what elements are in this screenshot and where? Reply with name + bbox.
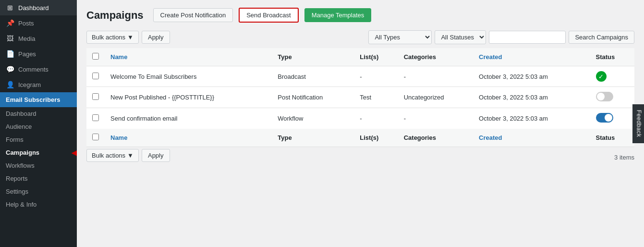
table-row: New Post Published - {{POSTTITLE}}Post N… (86, 87, 634, 108)
sidebar-sub-dashboard[interactable]: Dashboard (0, 107, 77, 120)
sidebar-item-icegram[interactable]: 👤 Icegram (0, 77, 77, 92)
footer-select-all-header (86, 129, 105, 147)
table-row: Send confirmation emailWorkflow--October… (86, 108, 634, 129)
sidebar: ⊞ Dashboard 📌 Posts 🖼 Media 📄 Pages 💬 Co… (0, 0, 77, 247)
col-header-lists: List(s) (354, 48, 398, 66)
footer-col-lists: List(s) (354, 129, 398, 147)
campaigns-table: Name Type List(s) Categories Created Sta… (86, 48, 634, 147)
row-name: Send confirmation email (105, 108, 272, 129)
search-campaigns-input[interactable] (489, 31, 566, 44)
comments-icon: 💬 (6, 65, 14, 73)
footer-col-categories: Categories (398, 129, 473, 147)
toggle-off[interactable] (596, 92, 613, 101)
sidebar-sub-reports[interactable]: Reports (0, 172, 77, 185)
row-checkbox-cell (86, 108, 105, 129)
filter-statuses-select[interactable]: All Statuses Active Inactive (435, 30, 486, 44)
table-row: Welcome To Email SubscribersBroadcast--O… (86, 66, 634, 87)
row-checkbox-cell (86, 66, 105, 87)
row-type: Post Notification (272, 87, 354, 108)
sidebar-item-comments[interactable]: 💬 Comments (0, 62, 77, 77)
row-categories: - (398, 66, 473, 87)
row-categories: - (398, 108, 473, 129)
page-title: Campaigns (86, 9, 144, 22)
row-name: Welcome To Email Subscribers (105, 66, 272, 87)
table-header-row: Name Type List(s) Categories Created Sta… (86, 48, 634, 66)
row-name: New Post Published - {{POSTTITLE}} (105, 87, 272, 108)
dashboard-icon: ⊞ (6, 4, 14, 12)
toolbar-right: All Types Broadcast Post Notification Wo… (368, 30, 634, 44)
row-created: October 3, 2022 5:03 am (473, 87, 590, 108)
row-checkbox-2[interactable] (92, 114, 99, 121)
sidebar-sub-audience[interactable]: Audience (0, 120, 77, 133)
sidebar-item-pages[interactable]: 📄 Pages (0, 46, 77, 62)
footer-col-status: Status (590, 129, 634, 147)
chevron-down-icon-bottom: ▼ (127, 152, 134, 159)
table-footer-row: Name Type List(s) Categories Created Sta… (86, 129, 634, 147)
bulk-actions-dropdown-button[interactable]: Bulk actions ▼ (86, 31, 139, 44)
row-checkbox-0[interactable] (92, 73, 99, 79)
sidebar-sub-forms[interactable]: Forms (0, 133, 77, 146)
items-count: 3 items (614, 150, 634, 161)
campaigns-arrow-icon: ◀ (72, 148, 77, 158)
row-status (590, 108, 634, 129)
col-header-type: Type (272, 48, 354, 66)
search-campaigns-button[interactable]: Search Campaigns (569, 31, 634, 44)
row-lists: Test (354, 87, 398, 108)
row-checkbox-cell (86, 87, 105, 108)
main-content: Campaigns Create Post Notification Send … (77, 0, 644, 247)
bottom-toolbar-left: Bulk actions ▼ Apply (86, 149, 170, 162)
send-broadcast-button[interactable]: Send Broadcast (239, 8, 299, 23)
feedback-tab[interactable]: Feedback (633, 104, 644, 143)
row-created: October 3, 2022 5:03 am (473, 66, 590, 87)
sidebar-sub-settings[interactable]: Settings (0, 185, 77, 198)
create-post-notification-button[interactable]: Create Post Notification (153, 8, 233, 22)
manage-templates-button[interactable]: Manage Templates (304, 8, 372, 22)
row-status: ✓ (590, 66, 634, 87)
toggle-on[interactable] (596, 113, 613, 123)
sidebar-sub-campaigns[interactable]: Campaigns ◀ (0, 146, 77, 159)
icegram-icon: 👤 (6, 81, 14, 88)
page-header: Campaigns Create Post Notification Send … (86, 8, 634, 23)
row-lists: - (354, 108, 398, 129)
toolbar-left: Bulk actions ▼ Apply (86, 31, 170, 44)
posts-icon: 📌 (6, 19, 14, 27)
row-checkbox-1[interactable] (92, 93, 99, 100)
apply-button-bottom[interactable]: Apply (142, 149, 170, 162)
col-header-created[interactable]: Created (473, 48, 590, 66)
pages-icon: 📄 (6, 50, 14, 58)
bulk-actions-dropdown-button-bottom[interactable]: Bulk actions ▼ (86, 149, 139, 162)
col-header-categories: Categories (398, 48, 473, 66)
media-icon: 🖼 (6, 35, 14, 42)
sidebar-item-media[interactable]: 🖼 Media (0, 31, 77, 46)
bottom-toolbar: Bulk actions ▼ Apply 3 items (86, 149, 634, 162)
sidebar-sub-help[interactable]: Help & Info (0, 198, 77, 211)
sidebar-email-subscribers[interactable]: Email Subscribers (0, 92, 77, 107)
status-check-icon: ✓ (596, 71, 607, 82)
sidebar-item-dashboard[interactable]: ⊞ Dashboard (0, 0, 77, 15)
row-type: Workflow (272, 108, 354, 129)
select-all-header (86, 48, 105, 66)
row-lists: - (354, 66, 398, 87)
footer-col-created[interactable]: Created (473, 129, 590, 147)
sidebar-item-posts[interactable]: 📌 Posts (0, 15, 77, 31)
apply-button-top[interactable]: Apply (142, 31, 170, 44)
footer-select-all-checkbox[interactable] (92, 134, 99, 140)
select-all-checkbox[interactable] (92, 53, 99, 60)
col-header-status: Status (590, 48, 634, 66)
chevron-down-icon: ▼ (127, 34, 134, 41)
row-type: Broadcast (272, 66, 354, 87)
sidebar-sub-workflows[interactable]: Workflows (0, 159, 77, 172)
col-header-name[interactable]: Name (105, 48, 272, 66)
row-status (590, 87, 634, 108)
footer-col-type: Type (272, 129, 354, 147)
row-categories: Uncategorized (398, 87, 473, 108)
row-created: October 3, 2022 5:03 am (473, 108, 590, 129)
footer-col-name[interactable]: Name (105, 129, 272, 147)
filter-types-select[interactable]: All Types Broadcast Post Notification Wo… (368, 30, 432, 44)
top-toolbar: Bulk actions ▼ Apply All Types Broadcast… (86, 30, 634, 44)
